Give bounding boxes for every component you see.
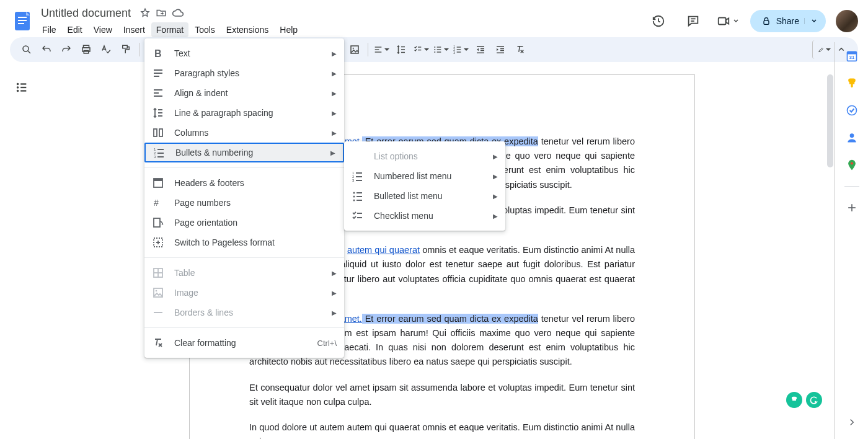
- menu-item-page-numbers[interactable]: # Page numbers: [144, 193, 344, 213]
- svg-point-82: [156, 290, 157, 292]
- menu-item-table: Table ▶: [144, 263, 344, 283]
- paragraph[interactable]: Et consequatur dolor vel amet ipsam sit …: [249, 381, 635, 409]
- menu-item-switch-to-pageless-format[interactable]: Switch to Pageless format: [144, 233, 344, 252]
- menu-shortcut: Ctrl+\: [317, 339, 337, 348]
- submenu-item-checklist-menu[interactable]: Checklist menu ▶: [344, 206, 505, 226]
- menu-item-line-paragraph-spacing[interactable]: Line & paragraph spacing ▶: [144, 103, 344, 123]
- title-row: Untitled document: [37, 6, 646, 21]
- toolbar: − + B I U A 123: [10, 37, 858, 62]
- columns-icon: [152, 126, 164, 139]
- star-icon[interactable]: [140, 7, 151, 19]
- show-outline-icon[interactable]: [15, 81, 29, 94]
- grammarly-icon[interactable]: [806, 392, 822, 408]
- docs-logo[interactable]: [10, 9, 35, 33]
- lock-icon: [761, 16, 771, 26]
- comments-icon[interactable]: [681, 9, 706, 33]
- get-addons-icon[interactable]: [846, 202, 858, 214]
- menu-extensions[interactable]: Extensions: [221, 22, 273, 37]
- keep-icon[interactable]: [846, 77, 858, 89]
- svg-rect-7: [764, 20, 769, 24]
- redo-icon[interactable]: [57, 40, 76, 59]
- blank-icon: [352, 150, 364, 162]
- paint-format-icon[interactable]: [117, 40, 135, 59]
- side-panel: 31: [835, 42, 868, 439]
- svg-line-9: [28, 51, 30, 53]
- menu-item-clear-formatting[interactable]: Clear formatting Ctrl+\: [144, 333, 344, 353]
- numlist-icon: 123: [352, 170, 364, 182]
- menu-label: Borders & lines: [174, 308, 332, 317]
- submenu-item-numbered-list-menu[interactable]: 123 Numbered list menu ▶: [344, 166, 505, 186]
- spellcheck-icon[interactable]: [97, 40, 115, 59]
- increase-indent-icon[interactable]: [491, 40, 510, 59]
- submenu-arrow-icon: ▶: [332, 309, 337, 316]
- clear-formatting-icon[interactable]: [511, 40, 529, 59]
- menu-item-paragraph-styles[interactable]: Paragraph styles ▶: [144, 63, 344, 83]
- menu-item-text[interactable]: B Text ▶: [144, 43, 344, 63]
- orient-icon: [152, 216, 164, 229]
- decrease-indent-icon[interactable]: [471, 40, 490, 59]
- share-button[interactable]: Share: [750, 10, 826, 32]
- svg-point-51: [17, 90, 19, 92]
- menu-tools[interactable]: Tools: [190, 22, 220, 37]
- numbered-list-icon[interactable]: 123: [451, 40, 470, 59]
- menu-item-bullets-numbering[interactable]: 123 Bullets & numbering ▶: [144, 143, 344, 162]
- paragraph[interactable]: In quod dolore ut autem autem qui quaera…: [249, 420, 635, 439]
- menu-label: Line & paragraph spacing: [174, 108, 332, 118]
- checklist-icon[interactable]: [412, 40, 430, 59]
- menu-item-align-indent[interactable]: Align & indent ▶: [144, 83, 344, 103]
- print-icon[interactable]: [77, 40, 95, 59]
- history-icon[interactable]: [646, 9, 671, 33]
- title-area: Untitled document File Edit View Insert …: [37, 6, 646, 37]
- menu-edit[interactable]: Edit: [63, 22, 87, 37]
- menu-file[interactable]: File: [37, 22, 61, 37]
- share-dropdown-icon[interactable]: [804, 18, 817, 24]
- menu-insert[interactable]: Insert: [118, 22, 150, 37]
- hyperlink[interactable]: autem qui quaerat: [347, 245, 420, 255]
- checklist-icon: [352, 210, 364, 222]
- hide-side-panel-icon[interactable]: [846, 417, 857, 428]
- svg-point-105: [850, 162, 852, 164]
- submenu-item-list-options: List options ▶: [344, 146, 505, 166]
- search-menus-icon[interactable]: [17, 40, 36, 59]
- account-avatar[interactable]: [836, 10, 858, 32]
- contacts-icon[interactable]: [846, 131, 858, 144]
- bulleted-list-icon[interactable]: [432, 40, 450, 59]
- move-icon[interactable]: [156, 7, 167, 19]
- undo-icon[interactable]: [37, 40, 56, 59]
- menu-item-page-orientation[interactable]: Page orientation: [144, 213, 344, 233]
- submenu-arrow-icon: ▶: [493, 153, 498, 160]
- menu-label: Image: [174, 288, 332, 298]
- menu-view[interactable]: View: [89, 22, 117, 37]
- submenu-item-bulleted-list-menu[interactable]: Bulleted list menu ▶: [344, 186, 505, 206]
- svg-text:3: 3: [453, 51, 455, 55]
- svg-point-104: [849, 133, 854, 138]
- line-spacing-icon[interactable]: [392, 40, 410, 59]
- tasks-icon[interactable]: [846, 104, 858, 117]
- maps-icon[interactable]: [846, 159, 858, 171]
- svg-rect-1: [18, 17, 27, 18]
- editing-mode-icon[interactable]: [812, 40, 831, 59]
- scrollbar-thumb[interactable]: [827, 74, 833, 167]
- menu-item-headers-footers[interactable]: Headers & footers: [144, 173, 344, 193]
- menu-item-columns[interactable]: Columns ▶: [144, 123, 344, 143]
- submenu-arrow-icon: ▶: [332, 270, 337, 277]
- document-title[interactable]: Untitled document: [37, 6, 135, 21]
- submenu-arrow-icon: ▶: [332, 50, 337, 57]
- svg-text:B: B: [154, 48, 162, 59]
- submenu-arrow-icon: ▶: [493, 173, 498, 180]
- align-icon[interactable]: [372, 40, 391, 59]
- svg-rect-2: [18, 20, 27, 21]
- menu-format[interactable]: Format: [151, 22, 188, 37]
- share-label: Share: [776, 16, 799, 26]
- menu-label: Bullets & numbering: [175, 148, 330, 157]
- meet-button[interactable]: [715, 9, 740, 33]
- calendar-icon[interactable]: 31: [846, 50, 858, 62]
- grammarly-suggestion-icon[interactable]: [786, 392, 802, 408]
- insert-image-icon[interactable]: [345, 40, 364, 59]
- svg-text:#: #: [154, 198, 159, 208]
- cloud-status-icon[interactable]: [172, 7, 184, 19]
- menu-help[interactable]: Help: [275, 22, 303, 37]
- svg-point-28: [434, 49, 435, 50]
- svg-rect-76: [154, 218, 160, 227]
- toolbar-separator: [139, 43, 140, 56]
